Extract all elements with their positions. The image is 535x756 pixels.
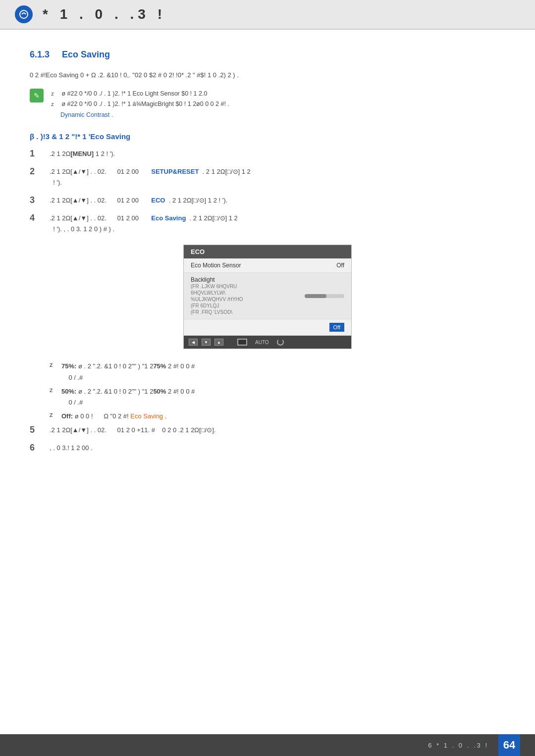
step-number-6: 6 <box>30 443 42 453</box>
eco-menu-bottom-bar: ◀ ▼ ▲ AUTO <box>184 336 351 349</box>
footer-page-number: 64 <box>498 734 520 756</box>
step-text-3: .2 1 2Ω[▲/▼] . . 02. 01 2 00 ECO . 2 1 2… <box>50 195 505 206</box>
bullet-text-50: 50%: ø . 2 ".2. &1 0 ! 0 2"" ) "1 250% 2… <box>61 386 195 408</box>
bullet-text-75: 75%: ø . 2 ".2. &1 0 ! 0 2"" ) "1 275% 2… <box>61 361 195 383</box>
step-text-5: .2 1 2Ω[▲/▼] . . 02. 01 2 0 +11. # 0 2 0… <box>50 425 505 436</box>
step-number-5: 5 <box>30 425 42 435</box>
eco-up-icon: ▲ <box>214 339 223 346</box>
note-line-2: z ø #22 0 */0 0 ./ . 1 )2. !* 1 á¾MagicB… <box>49 99 229 109</box>
note-line-1: z ø #22 0 */0 0 ./ . 1 )2. !* 1 Eco Ligh… <box>49 89 229 99</box>
step-text-6: , . 0 3.! 1 2 00 . <box>50 443 505 454</box>
eco-backlight-content: Backlight (FR .LJKW 6HQVRU 6HQVLWLYLW\ %… <box>191 276 243 315</box>
logo <box>15 5 33 23</box>
step-number-2: 2 <box>30 166 42 177</box>
procedure-heading: β . )!3 & 1 2 "!* 1 'Eco Saving <box>30 132 505 141</box>
bullet-dot-75: z <box>50 361 57 368</box>
eco-power-container <box>277 339 284 346</box>
eco-power-icon <box>277 339 284 346</box>
header-title: * 1 . 0 . .3 ! <box>43 6 166 22</box>
eco-left-icon: ◀ <box>189 339 198 346</box>
step-2: 2 .2 1 2Ω[▲/▼] . . 02. 01 2 00 SETUP&RES… <box>30 166 505 188</box>
step-number-3: 3 <box>30 195 42 205</box>
footer-text: 6 * 1 . 0 . .3 ! <box>428 742 488 749</box>
bullet-dot-50: z <box>50 386 57 394</box>
note-text-line1: ø #22 0 */0 0 ./ . 1 )2. !* 1 Eco Light … <box>61 90 207 97</box>
step-text-2: .2 1 2Ω[▲/▼] . . 02. 01 2 00 SETUP&RESET… <box>50 166 505 188</box>
page-header: * 1 . 0 . .3 ! <box>0 0 535 30</box>
intro-paragraph: 0 2 #!Eco Saving 0 + Ω .2. &10 ! 0,. "02… <box>30 70 505 81</box>
note-content-1: z ø #22 0 */0 0 ./ . 1 )2. !* 1 Eco Ligh… <box>49 89 229 120</box>
bullet-text-off: Off: ø 0 0 ! Ω "0 2 #! Eco Saving . <box>61 411 166 422</box>
eco-nav-left[interactable]: ◀ <box>189 339 198 346</box>
eco-menu-panel: ECO Eco Motion Sensor Off Backlight (FR … <box>183 245 352 349</box>
bullet-dot-off: z <box>50 411 57 418</box>
main-content: 6.1.3 Eco Saving 0 2 #!Eco Saving 0 + Ω … <box>0 30 535 480</box>
eco-nav-down[interactable]: ▼ <box>202 339 211 346</box>
step-number-1: 1 <box>30 149 42 159</box>
note-icon-1: ✎ <box>30 89 44 102</box>
step-text-1: .2 1 2Ω[MENU] 1 2 ! '). <box>50 149 505 159</box>
bullet-off: z Off: ø 0 0 ! Ω "0 2 #! Eco Saving . <box>50 411 505 422</box>
eco-backlight-slider <box>305 294 344 298</box>
eco-down-icon: ▼ <box>202 339 211 346</box>
eco-item-highlighted-off: Off <box>329 323 344 332</box>
note-text-line3: Dynamic Contrast . <box>60 111 113 118</box>
step-4: 4 .2 1 2Ω[▲/▼] . . 02. 01 2 00 Eco Savin… <box>30 213 505 235</box>
eco-menu-item-off: Off <box>184 319 351 336</box>
eco-monitor-icon <box>237 339 247 346</box>
bullet-75: z 75%: ø . 2 ".2. &1 0 ! 0 2"" ) "1 275%… <box>50 361 505 383</box>
eco-menu-screenshot: ECO Eco Motion Sensor Off Backlight (FR … <box>30 245 505 349</box>
eco-backlight-sub: (FR .LJKW 6HQVRU 6HQVLWLYLW\ %ULJKWQHVV … <box>191 283 243 315</box>
eco-nav-up[interactable]: ▲ <box>214 339 223 346</box>
eco-item-value-motion: Off <box>336 262 344 269</box>
svg-point-0 <box>20 10 28 18</box>
eco-auto-label: AUTO <box>255 340 269 345</box>
step-number-4: 4 <box>30 213 42 223</box>
note-block-1: ✎ z ø #22 0 */0 0 ./ . 1 )2. !* 1 Eco Li… <box>30 89 505 120</box>
bullet-50: z 50%: ø . 2 ".2. &1 0 ! 0 2"" ) "1 250%… <box>50 386 505 408</box>
eco-slider-fill <box>305 294 326 298</box>
step-text-4: .2 1 2Ω[▲/▼] . . 02. 01 2 00 Eco Saving … <box>50 213 505 235</box>
eco-menu-item-motion: Eco Motion Sensor Off <box>184 258 351 273</box>
section-heading: 6.1.3 Eco Saving <box>30 50 505 60</box>
section-number: 6.1.3 <box>30 50 50 59</box>
step-6: 6 , . 0 3.! 1 2 00 . <box>30 443 505 454</box>
note-line-3: Dynamic Contrast . <box>60 110 229 120</box>
step-5: 5 .2 1 2Ω[▲/▼] . . 02. 01 2 0 +11. # 0 2… <box>30 425 505 436</box>
section-title: Eco Saving <box>62 50 110 59</box>
note-text-line2: ø #22 0 */0 0 ./ . 1 )2. !* 1 á¾MagicBri… <box>61 101 229 107</box>
eco-display-icon <box>237 339 247 346</box>
intro-text: 0 2 #!Eco Saving 0 + Ω .2. &10 ! 0,. "02… <box>30 71 239 79</box>
eco-menu-item-backlight: Backlight (FR .LJKW 6HQVRU 6HQVLWLYLW\ %… <box>184 273 351 319</box>
step-3: 3 .2 1 2Ω[▲/▼] . . 02. 01 2 00 ECO . 2 1… <box>30 195 505 206</box>
eco-menu-title: ECO <box>184 245 351 258</box>
eco-item-label-backlight: Backlight <box>191 276 243 283</box>
eco-item-label-motion: Eco Motion Sensor <box>191 262 241 269</box>
page-footer: 6 * 1 . 0 . .3 ! 64 <box>0 734 535 756</box>
step-1: 1 .2 1 2Ω[MENU] 1 2 ! '). <box>30 149 505 159</box>
